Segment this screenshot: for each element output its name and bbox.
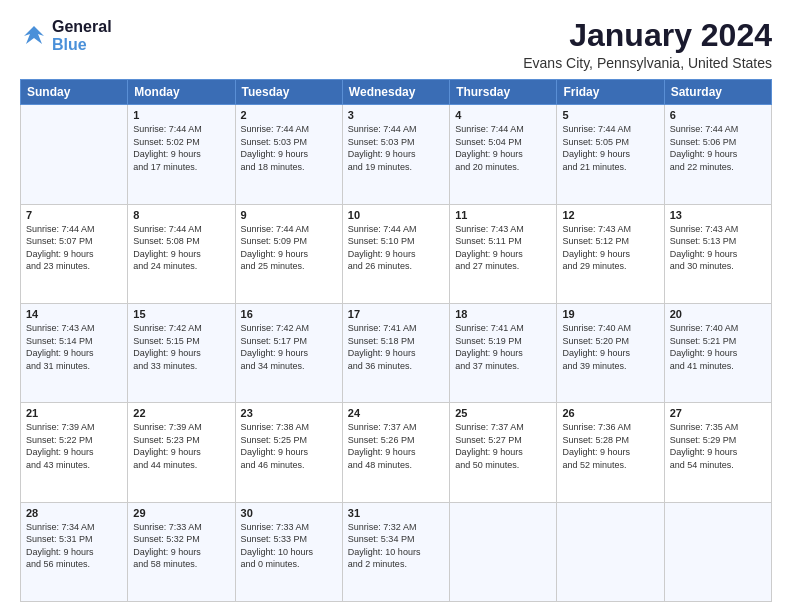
week-row-1: 1Sunrise: 7:44 AM Sunset: 5:02 PM Daylig…: [21, 105, 772, 204]
calendar-cell: 4Sunrise: 7:44 AM Sunset: 5:04 PM Daylig…: [450, 105, 557, 204]
calendar-cell: 18Sunrise: 7:41 AM Sunset: 5:19 PM Dayli…: [450, 303, 557, 402]
calendar-cell: 17Sunrise: 7:41 AM Sunset: 5:18 PM Dayli…: [342, 303, 449, 402]
weekday-header-monday: Monday: [128, 80, 235, 105]
day-info: Sunrise: 7:41 AM Sunset: 5:19 PM Dayligh…: [455, 322, 551, 372]
calendar-cell: 1Sunrise: 7:44 AM Sunset: 5:02 PM Daylig…: [128, 105, 235, 204]
day-info: Sunrise: 7:38 AM Sunset: 5:25 PM Dayligh…: [241, 421, 337, 471]
day-info: Sunrise: 7:39 AM Sunset: 5:23 PM Dayligh…: [133, 421, 229, 471]
day-info: Sunrise: 7:40 AM Sunset: 5:20 PM Dayligh…: [562, 322, 658, 372]
day-number: 2: [241, 109, 337, 121]
calendar-cell: 22Sunrise: 7:39 AM Sunset: 5:23 PM Dayli…: [128, 403, 235, 502]
day-info: Sunrise: 7:40 AM Sunset: 5:21 PM Dayligh…: [670, 322, 766, 372]
calendar-cell: 11Sunrise: 7:43 AM Sunset: 5:11 PM Dayli…: [450, 204, 557, 303]
day-info: Sunrise: 7:44 AM Sunset: 5:02 PM Dayligh…: [133, 123, 229, 173]
calendar-cell: 19Sunrise: 7:40 AM Sunset: 5:20 PM Dayli…: [557, 303, 664, 402]
day-info: Sunrise: 7:42 AM Sunset: 5:15 PM Dayligh…: [133, 322, 229, 372]
week-row-2: 7Sunrise: 7:44 AM Sunset: 5:07 PM Daylig…: [21, 204, 772, 303]
day-info: Sunrise: 7:43 AM Sunset: 5:12 PM Dayligh…: [562, 223, 658, 273]
day-number: 15: [133, 308, 229, 320]
logo-text: General Blue: [52, 18, 112, 54]
day-info: Sunrise: 7:44 AM Sunset: 5:09 PM Dayligh…: [241, 223, 337, 273]
day-info: Sunrise: 7:44 AM Sunset: 5:03 PM Dayligh…: [241, 123, 337, 173]
week-row-3: 14Sunrise: 7:43 AM Sunset: 5:14 PM Dayli…: [21, 303, 772, 402]
day-number: 1: [133, 109, 229, 121]
day-number: 3: [348, 109, 444, 121]
day-info: Sunrise: 7:41 AM Sunset: 5:18 PM Dayligh…: [348, 322, 444, 372]
day-info: Sunrise: 7:44 AM Sunset: 5:03 PM Dayligh…: [348, 123, 444, 173]
day-number: 26: [562, 407, 658, 419]
day-number: 21: [26, 407, 122, 419]
day-number: 4: [455, 109, 551, 121]
calendar-cell: 23Sunrise: 7:38 AM Sunset: 5:25 PM Dayli…: [235, 403, 342, 502]
calendar-cell: 16Sunrise: 7:42 AM Sunset: 5:17 PM Dayli…: [235, 303, 342, 402]
calendar-cell: 12Sunrise: 7:43 AM Sunset: 5:12 PM Dayli…: [557, 204, 664, 303]
calendar-cell: [450, 502, 557, 601]
calendar-cell: 5Sunrise: 7:44 AM Sunset: 5:05 PM Daylig…: [557, 105, 664, 204]
day-info: Sunrise: 7:33 AM Sunset: 5:33 PM Dayligh…: [241, 521, 337, 571]
calendar-cell: 28Sunrise: 7:34 AM Sunset: 5:31 PM Dayli…: [21, 502, 128, 601]
day-info: Sunrise: 7:44 AM Sunset: 5:06 PM Dayligh…: [670, 123, 766, 173]
day-info: Sunrise: 7:34 AM Sunset: 5:31 PM Dayligh…: [26, 521, 122, 571]
day-info: Sunrise: 7:44 AM Sunset: 5:05 PM Dayligh…: [562, 123, 658, 173]
weekday-header-tuesday: Tuesday: [235, 80, 342, 105]
calendar-cell: 2Sunrise: 7:44 AM Sunset: 5:03 PM Daylig…: [235, 105, 342, 204]
day-number: 28: [26, 507, 122, 519]
week-row-4: 21Sunrise: 7:39 AM Sunset: 5:22 PM Dayli…: [21, 403, 772, 502]
weekday-header-friday: Friday: [557, 80, 664, 105]
calendar-cell: 6Sunrise: 7:44 AM Sunset: 5:06 PM Daylig…: [664, 105, 771, 204]
page: General Blue January 2024 Evans City, Pe…: [0, 0, 792, 612]
location-title: Evans City, Pennsylvania, United States: [523, 55, 772, 71]
day-number: 13: [670, 209, 766, 221]
day-number: 24: [348, 407, 444, 419]
svg-marker-0: [24, 26, 44, 44]
day-number: 17: [348, 308, 444, 320]
weekday-header-thursday: Thursday: [450, 80, 557, 105]
day-info: Sunrise: 7:44 AM Sunset: 5:10 PM Dayligh…: [348, 223, 444, 273]
day-number: 11: [455, 209, 551, 221]
calendar-cell: 27Sunrise: 7:35 AM Sunset: 5:29 PM Dayli…: [664, 403, 771, 502]
day-number: 22: [133, 407, 229, 419]
calendar-cell: 26Sunrise: 7:36 AM Sunset: 5:28 PM Dayli…: [557, 403, 664, 502]
day-number: 6: [670, 109, 766, 121]
day-number: 30: [241, 507, 337, 519]
day-number: 16: [241, 308, 337, 320]
calendar-cell: 21Sunrise: 7:39 AM Sunset: 5:22 PM Dayli…: [21, 403, 128, 502]
title-block: January 2024 Evans City, Pennsylvania, U…: [523, 18, 772, 71]
day-number: 20: [670, 308, 766, 320]
calendar-cell: 8Sunrise: 7:44 AM Sunset: 5:08 PM Daylig…: [128, 204, 235, 303]
day-number: 14: [26, 308, 122, 320]
day-number: 10: [348, 209, 444, 221]
day-info: Sunrise: 7:35 AM Sunset: 5:29 PM Dayligh…: [670, 421, 766, 471]
calendar-cell: 7Sunrise: 7:44 AM Sunset: 5:07 PM Daylig…: [21, 204, 128, 303]
day-number: 8: [133, 209, 229, 221]
day-info: Sunrise: 7:37 AM Sunset: 5:26 PM Dayligh…: [348, 421, 444, 471]
calendar-cell: [557, 502, 664, 601]
weekday-header-row: SundayMondayTuesdayWednesdayThursdayFrid…: [21, 80, 772, 105]
calendar-cell: 31Sunrise: 7:32 AM Sunset: 5:34 PM Dayli…: [342, 502, 449, 601]
day-number: 29: [133, 507, 229, 519]
day-info: Sunrise: 7:43 AM Sunset: 5:11 PM Dayligh…: [455, 223, 551, 273]
day-info: Sunrise: 7:44 AM Sunset: 5:08 PM Dayligh…: [133, 223, 229, 273]
calendar-cell: 20Sunrise: 7:40 AM Sunset: 5:21 PM Dayli…: [664, 303, 771, 402]
calendar-cell: 24Sunrise: 7:37 AM Sunset: 5:26 PM Dayli…: [342, 403, 449, 502]
day-info: Sunrise: 7:42 AM Sunset: 5:17 PM Dayligh…: [241, 322, 337, 372]
month-title: January 2024: [523, 18, 772, 53]
calendar-cell: 13Sunrise: 7:43 AM Sunset: 5:13 PM Dayli…: [664, 204, 771, 303]
day-info: Sunrise: 7:33 AM Sunset: 5:32 PM Dayligh…: [133, 521, 229, 571]
calendar-cell: 25Sunrise: 7:37 AM Sunset: 5:27 PM Dayli…: [450, 403, 557, 502]
day-number: 5: [562, 109, 658, 121]
day-number: 25: [455, 407, 551, 419]
calendar-cell: 3Sunrise: 7:44 AM Sunset: 5:03 PM Daylig…: [342, 105, 449, 204]
day-info: Sunrise: 7:39 AM Sunset: 5:22 PM Dayligh…: [26, 421, 122, 471]
day-number: 18: [455, 308, 551, 320]
calendar-cell: 9Sunrise: 7:44 AM Sunset: 5:09 PM Daylig…: [235, 204, 342, 303]
day-info: Sunrise: 7:32 AM Sunset: 5:34 PM Dayligh…: [348, 521, 444, 571]
calendar-cell: 14Sunrise: 7:43 AM Sunset: 5:14 PM Dayli…: [21, 303, 128, 402]
day-number: 31: [348, 507, 444, 519]
day-info: Sunrise: 7:43 AM Sunset: 5:13 PM Dayligh…: [670, 223, 766, 273]
calendar-cell: 15Sunrise: 7:42 AM Sunset: 5:15 PM Dayli…: [128, 303, 235, 402]
calendar-cell: 10Sunrise: 7:44 AM Sunset: 5:10 PM Dayli…: [342, 204, 449, 303]
logo: General Blue: [20, 18, 112, 54]
calendar-cell: [664, 502, 771, 601]
day-number: 7: [26, 209, 122, 221]
